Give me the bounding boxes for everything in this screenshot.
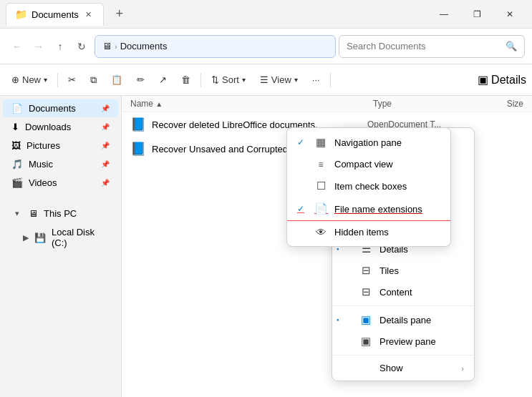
compact-view-label: Compact view bbox=[334, 159, 393, 170]
nav-buttons: ← → ↑ ↻ bbox=[7, 36, 92, 57]
sidebar-item-downloads[interactable]: ⬇ Downloads 📌 bbox=[3, 118, 118, 136]
cut-button[interactable]: ✂ bbox=[62, 69, 82, 92]
maximize-button[interactable]: ❐ bbox=[460, 3, 493, 26]
view-show[interactable]: Show › bbox=[332, 358, 474, 378]
this-pc-icon: 🖥 bbox=[29, 208, 38, 219]
sidebar: 📄 Documents 📌 ⬇ Downloads 📌 🖼 Pictures 📌… bbox=[0, 96, 122, 397]
close-button[interactable]: ✕ bbox=[493, 3, 526, 26]
submenu-compact-view[interactable]: ≡ Compact view bbox=[287, 154, 450, 175]
sub-menu: ✓ ▦ Navigation pane ≡ Compact view ☐ Ite… bbox=[286, 127, 451, 247]
toolbar-separator-3 bbox=[330, 73, 331, 87]
sidebar-videos-label: Videos bbox=[29, 177, 57, 188]
window-chrome: 📁 Documents ✕ + — ❐ ✕ ← → ↑ ↻ 🖥 › Docume… bbox=[0, 0, 532, 397]
col-type-header[interactable]: Type bbox=[373, 99, 473, 109]
sidebar-this-pc-label: This PC bbox=[44, 208, 77, 219]
address-bar: ← → ↑ ↻ 🖥 › Documents 🔍 bbox=[0, 29, 532, 64]
sidebar-documents-label: Documents bbox=[29, 103, 76, 114]
window-tab[interactable]: 📁 Documents ✕ bbox=[6, 3, 104, 26]
videos-icon: 🎬 bbox=[11, 177, 23, 188]
forward-button[interactable]: → bbox=[29, 36, 49, 57]
downloads-icon: ⬇ bbox=[11, 122, 19, 132]
tab-close-button[interactable]: ✕ bbox=[83, 9, 95, 20]
share-icon: ↗ bbox=[159, 74, 167, 85]
sort-arrow-icon: ▲ bbox=[155, 100, 163, 108]
expand-icon-this-pc: ▾ bbox=[11, 209, 23, 218]
view-chevron-icon: ▾ bbox=[294, 76, 298, 84]
paste-icon: 📋 bbox=[111, 74, 122, 85]
sidebar-item-this-pc[interactable]: ▾ 🖥 This PC bbox=[3, 205, 118, 222]
expand-icon-local-disk: ▶ bbox=[23, 233, 29, 242]
hidden-items-label: Hidden items bbox=[334, 227, 389, 237]
pin-icon-downloads: 📌 bbox=[101, 123, 110, 131]
view-details-pane[interactable]: ▣ Details pane bbox=[332, 309, 474, 330]
view-button[interactable]: ☰ View ▾ bbox=[254, 69, 304, 92]
address-path[interactable]: 🖥 › Documents bbox=[95, 35, 336, 58]
path-chevron: › bbox=[115, 42, 117, 51]
window-controls: — ❐ ✕ bbox=[427, 3, 526, 26]
sidebar-item-videos[interactable]: 🎬 Videos 📌 bbox=[3, 174, 118, 192]
pin-icon-music: 📌 bbox=[101, 160, 110, 168]
rename-button[interactable]: ✏ bbox=[131, 69, 150, 92]
view-content[interactable]: ⊟ Content bbox=[332, 281, 474, 303]
content-icon: ⊟ bbox=[359, 285, 372, 298]
share-button[interactable]: ↗ bbox=[153, 69, 173, 92]
pictures-icon: 🖼 bbox=[11, 140, 21, 151]
copy-button[interactable]: ⧉ bbox=[84, 69, 102, 92]
new-plus-icon: ⊕ bbox=[11, 74, 19, 85]
refresh-button[interactable]: ↻ bbox=[72, 36, 92, 57]
more-icon: ··· bbox=[312, 74, 320, 85]
pin-icon-videos: 📌 bbox=[101, 179, 110, 187]
paste-button[interactable]: 📋 bbox=[105, 69, 128, 92]
item-checkboxes-icon: ☐ bbox=[314, 180, 327, 192]
delete-icon: 🗑 bbox=[181, 74, 190, 85]
new-button[interactable]: ⊕ New ▾ bbox=[6, 69, 53, 92]
submenu-item-checkboxes[interactable]: ☐ Item check boxes bbox=[287, 175, 450, 197]
view-tiles[interactable]: ⊟ Tiles bbox=[332, 260, 474, 281]
col-name-header[interactable]: Name ▲ bbox=[130, 99, 373, 109]
sidebar-item-documents[interactable]: 📄 Documents 📌 bbox=[3, 99, 118, 117]
cut-icon: ✂ bbox=[68, 74, 76, 85]
sidebar-item-music[interactable]: 🎵 Music 📌 bbox=[3, 155, 118, 173]
view-preview-pane[interactable]: ▣ Preview pane bbox=[332, 330, 474, 352]
submenu-navigation-pane[interactable]: ✓ ▦ Navigation pane bbox=[287, 131, 450, 154]
details-label: Details bbox=[491, 74, 526, 87]
copy-icon: ⧉ bbox=[90, 74, 97, 86]
file-icon-2: 📘 bbox=[130, 141, 146, 157]
title-bar-left: 📁 Documents ✕ + bbox=[6, 3, 130, 26]
search-icon: 🔍 bbox=[506, 41, 517, 52]
sidebar-item-pictures[interactable]: 🖼 Pictures 📌 bbox=[3, 137, 118, 155]
search-input[interactable] bbox=[347, 41, 501, 52]
up-button[interactable]: ↑ bbox=[50, 36, 70, 57]
show-label: Show bbox=[379, 363, 403, 373]
sidebar-music-label: Music bbox=[29, 159, 53, 170]
item-checkboxes-label: Item check boxes bbox=[334, 181, 407, 192]
new-chevron-icon: ▾ bbox=[44, 76, 47, 84]
minimize-button[interactable]: — bbox=[427, 3, 460, 26]
check-icon: ✓ bbox=[297, 204, 307, 214]
check-icon: ✓ bbox=[297, 137, 307, 147]
sidebar-item-local-disk[interactable]: ▶ 💾 Local Disk (C:) bbox=[3, 223, 118, 252]
col-size-header[interactable]: Size bbox=[473, 99, 523, 109]
new-tab-button[interactable]: + bbox=[110, 4, 130, 24]
view-icon: ☰ bbox=[260, 74, 269, 85]
submenu-file-name-extensions[interactable]: ✓ 📄 File name extensions bbox=[287, 197, 450, 221]
sort-button[interactable]: ⇅ Sort ▾ bbox=[205, 69, 251, 92]
rename-icon: ✏ bbox=[137, 74, 145, 85]
address-pc-icon: 🖥 bbox=[102, 41, 112, 52]
sort-label: Sort bbox=[222, 74, 239, 85]
sidebar-local-disk-label: Local Disk (C:) bbox=[52, 227, 110, 248]
back-button[interactable]: ← bbox=[7, 36, 27, 57]
delete-button[interactable]: 🗑 bbox=[175, 69, 196, 92]
search-box[interactable]: 🔍 bbox=[339, 35, 525, 58]
toolbar-separator-2 bbox=[200, 73, 201, 87]
file-name-ext-label: File name extensions bbox=[334, 204, 422, 215]
file-icon-1: 📘 bbox=[130, 117, 146, 132]
details-pane-icon: ▣ bbox=[478, 73, 488, 87]
tiles-label: Tiles bbox=[379, 265, 399, 276]
more-button[interactable]: ··· bbox=[306, 69, 326, 92]
submenu-hidden-items[interactable]: 👁 Hidden items bbox=[287, 221, 450, 243]
details-pane-label: Details pane bbox=[379, 315, 431, 325]
tab-folder-icon: 📁 bbox=[15, 9, 27, 20]
sort-icon: ⇅ bbox=[211, 74, 219, 85]
toolbar-separator-1 bbox=[57, 73, 58, 87]
